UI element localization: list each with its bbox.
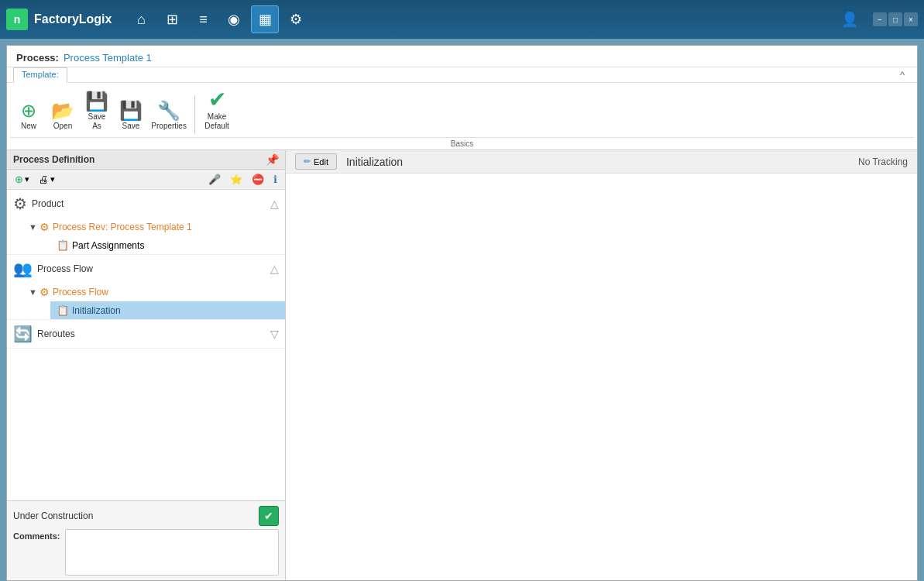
open-icon: 📂 bbox=[51, 101, 74, 120]
nav-grid[interactable]: ⊞ bbox=[158, 5, 186, 33]
part-assignments-label: Part Assignments bbox=[72, 240, 144, 251]
nav-layers[interactable]: ≡ bbox=[189, 5, 217, 33]
right-header: ✏ Edit Initialization No Tracking bbox=[286, 150, 917, 174]
process-flow-header[interactable]: 👥 Process Flow △ bbox=[7, 255, 285, 283]
under-construction-panel: Under Construction ✔ Comments: bbox=[7, 500, 285, 580]
nav-settings[interactable]: ⚙ bbox=[282, 5, 310, 33]
pin-icon[interactable]: 📌 bbox=[266, 153, 279, 166]
left-panel: Process Definition 📌 ⊕ ▾ 🖨 ▾ 🎤 ⭐ bbox=[7, 150, 286, 580]
ribbon-collapse[interactable]: ^ bbox=[894, 67, 911, 82]
tree-section-product: ⚙ Product △ ▼ ⚙ Process Rev: Process Tem… bbox=[7, 190, 285, 255]
star-tool-button[interactable]: ⭐ bbox=[227, 172, 246, 187]
reroutes-header[interactable]: 🔄 Reroutes ▽ bbox=[7, 320, 285, 348]
body-area: Process Definition 📌 ⊕ ▾ 🖨 ▾ 🎤 ⭐ bbox=[7, 150, 917, 580]
process-rev-children: ▼ ⚙ Process Rev: Process Template 1 📋 Pa… bbox=[7, 218, 285, 254]
no-tracking-label: No Tracking bbox=[858, 156, 908, 167]
tree-section-process-flow: 👥 Process Flow △ ▼ ⚙ Process Flow bbox=[7, 255, 285, 320]
properties-label: Properties bbox=[151, 122, 187, 131]
save-button[interactable]: 💾 Save bbox=[115, 98, 146, 134]
right-header-title: Initialization bbox=[346, 156, 858, 168]
stop-tool-button[interactable]: ⛔ bbox=[249, 172, 267, 187]
reroutes-label: Reroutes bbox=[37, 328, 270, 339]
process-label: Process: bbox=[16, 52, 59, 64]
info-tool-button[interactable]: ℹ bbox=[270, 172, 280, 187]
part-assignments-item[interactable]: 📋 Part Assignments bbox=[50, 236, 285, 254]
edit-pencil-icon: ✏ bbox=[304, 156, 311, 167]
uc-checkbox[interactable]: ✔ bbox=[259, 506, 279, 526]
part-assignments-icon: 📋 bbox=[57, 239, 69, 251]
process-header: Process: Process Template 1 bbox=[7, 46, 917, 67]
title-bar: n FactoryLogix ⌂ ⊞ ≡ ◉ ▦ ⚙ 👤 − □ × bbox=[0, 0, 924, 39]
maximize-button[interactable]: □ bbox=[888, 12, 902, 26]
app-name: FactoryLogix bbox=[34, 12, 112, 26]
star-tool-icon: ⭐ bbox=[230, 174, 242, 185]
panel-toolbar: ⊕ ▾ 🖨 ▾ 🎤 ⭐ ⛔ ℹ bbox=[7, 170, 285, 190]
new-icon: ⊕ bbox=[21, 101, 36, 120]
initialization-item[interactable]: 📋 Initialization bbox=[50, 301, 285, 319]
open-label: Open bbox=[53, 122, 72, 131]
ribbon-group-label: Basics bbox=[10, 137, 914, 150]
pf-expand-arrow: ▼ bbox=[29, 287, 37, 297]
title-bar-right: 👤 − □ × bbox=[836, 5, 918, 33]
main-window: Process: Process Template 1 Template: ^ … bbox=[6, 45, 918, 581]
process-flow-label: Process Flow bbox=[37, 263, 270, 274]
printer-tool-arrow: ▾ bbox=[50, 174, 55, 184]
product-up-arrow[interactable]: △ bbox=[270, 198, 279, 210]
ribbon-tabs: Template: ^ bbox=[7, 67, 917, 82]
printer-tool-button[interactable]: 🖨 ▾ bbox=[36, 172, 58, 187]
user-icon[interactable]: 👤 bbox=[836, 5, 864, 33]
process-rev-item[interactable]: ▼ ⚙ Process Rev: Process Template 1 bbox=[22, 218, 285, 236]
comments-input[interactable] bbox=[65, 529, 279, 576]
pf-child-icon: ⚙ bbox=[40, 286, 50, 298]
product-label: Product bbox=[32, 198, 270, 209]
new-label: New bbox=[21, 122, 36, 131]
initialization-icon: 📋 bbox=[57, 304, 69, 316]
right-content bbox=[286, 174, 917, 580]
nav-screen[interactable]: ▦ bbox=[251, 5, 279, 33]
ribbon: Template: ^ ⊕ New 📂 Open 💾 SaveAs 💾 Save bbox=[7, 67, 917, 150]
nav-home[interactable]: ⌂ bbox=[127, 5, 155, 33]
save-icon: 💾 bbox=[119, 101, 143, 120]
reroutes-down-arrow[interactable]: ▽ bbox=[270, 328, 279, 340]
add-tool-arrow: ▾ bbox=[25, 174, 29, 184]
product-header[interactable]: ⚙ Product △ bbox=[7, 190, 285, 218]
process-rev-label: Process Rev: Process Template 1 bbox=[53, 222, 192, 232]
reroutes-icon: 🔄 bbox=[13, 325, 33, 343]
uc-label: Under Construction bbox=[13, 511, 93, 521]
mic-tool-icon: 🎤 bbox=[208, 174, 221, 185]
close-button[interactable]: × bbox=[904, 12, 918, 26]
app-logo: n bbox=[6, 9, 28, 30]
properties-button[interactable]: 🔧 Properties bbox=[149, 98, 188, 134]
process-rev-icon: ⚙ bbox=[40, 221, 50, 233]
make-default-icon: ✔ bbox=[208, 89, 226, 111]
edit-label: Edit bbox=[314, 157, 328, 167]
new-button[interactable]: ⊕ New bbox=[13, 98, 44, 134]
add-tool-button[interactable]: ⊕ ▾ bbox=[12, 172, 33, 187]
process-flow-up-arrow[interactable]: △ bbox=[270, 263, 279, 275]
right-panel: ✏ Edit Initialization No Tracking bbox=[286, 150, 917, 580]
process-value: Process Template 1 bbox=[64, 52, 152, 64]
make-default-button[interactable]: ✔ MakeDefault bbox=[201, 86, 232, 134]
save-as-label: SaveAs bbox=[88, 112, 106, 131]
make-default-label: MakeDefault bbox=[204, 112, 229, 131]
mic-tool-button[interactable]: 🎤 bbox=[205, 172, 224, 187]
process-flow-child-item[interactable]: ▼ ⚙ Process Flow bbox=[22, 283, 285, 301]
minimize-button[interactable]: − bbox=[873, 12, 887, 26]
comments-row: Comments: bbox=[13, 529, 279, 576]
add-tool-icon: ⊕ bbox=[15, 174, 23, 185]
info-tool-icon: ℹ bbox=[273, 174, 277, 185]
initialization-label: Initialization bbox=[72, 305, 121, 316]
comments-label: Comments: bbox=[13, 529, 60, 541]
properties-icon: 🔧 bbox=[157, 101, 180, 120]
ribbon-tab-template[interactable]: Template: bbox=[13, 67, 67, 83]
save-as-button[interactable]: 💾 SaveAs bbox=[81, 89, 112, 134]
product-icon: ⚙ bbox=[13, 194, 27, 213]
ribbon-separator bbox=[194, 95, 195, 134]
edit-button[interactable]: ✏ Edit bbox=[295, 153, 337, 170]
uc-row: Under Construction ✔ bbox=[13, 506, 279, 526]
save-as-icon: 💾 bbox=[85, 92, 108, 111]
open-button[interactable]: 📂 Open bbox=[47, 98, 78, 134]
process-flow-children: ▼ ⚙ Process Flow 📋 Initialization bbox=[7, 283, 285, 319]
nav-globe[interactable]: ◉ bbox=[220, 5, 248, 33]
initialization-container: 📋 Initialization bbox=[22, 301, 285, 319]
